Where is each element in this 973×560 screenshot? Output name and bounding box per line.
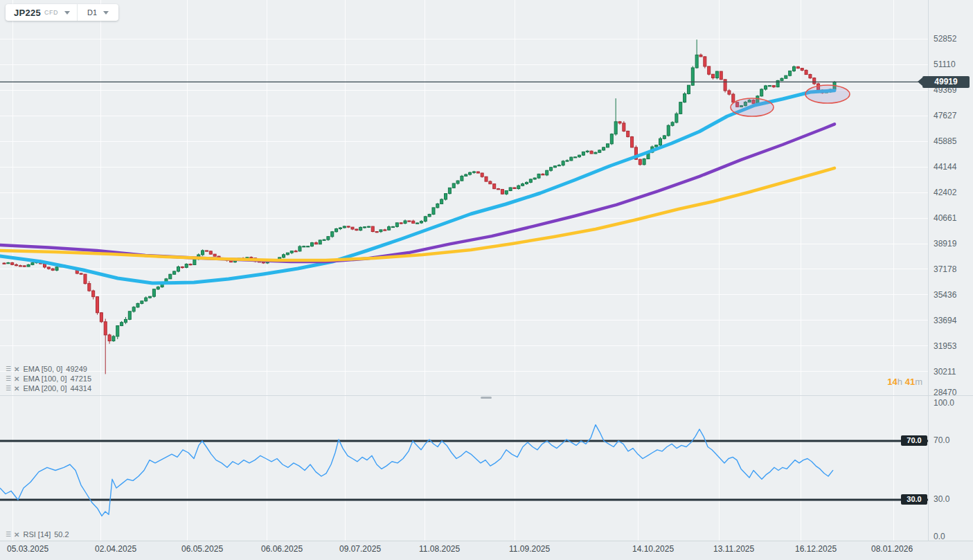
candle bbox=[699, 55, 702, 57]
candle bbox=[323, 240, 325, 240]
candle bbox=[173, 271, 176, 274]
candle bbox=[23, 266, 26, 267]
candle bbox=[359, 227, 362, 230]
chevron-down-icon[interactable] bbox=[103, 11, 109, 15]
candle bbox=[461, 176, 463, 181]
candle bbox=[578, 155, 581, 157]
candle bbox=[501, 190, 503, 195]
indicator-close-icon[interactable]: ✕ bbox=[14, 365, 19, 373]
candle-countdown-timer: 14h 41m bbox=[887, 377, 922, 387]
candle bbox=[15, 264, 18, 265]
timer-hours-unit: h bbox=[898, 377, 902, 387]
candle bbox=[610, 134, 613, 144]
candle bbox=[311, 243, 314, 246]
indicator-close-icon[interactable]: ✕ bbox=[14, 385, 19, 392]
candle bbox=[550, 168, 553, 170]
symbol-name: JP225 bbox=[14, 8, 41, 18]
candle bbox=[116, 326, 119, 336]
symbol-type-badge: CFD bbox=[44, 9, 58, 16]
highlight-ellipse bbox=[805, 85, 850, 103]
candle bbox=[704, 57, 706, 66]
candle bbox=[136, 303, 139, 307]
candle bbox=[679, 102, 682, 114]
candle bbox=[768, 86, 771, 87]
candle bbox=[485, 177, 488, 181]
candle bbox=[19, 266, 21, 267]
candle bbox=[667, 125, 670, 136]
candle bbox=[27, 264, 30, 267]
candle bbox=[384, 230, 386, 231]
candle bbox=[570, 157, 573, 161]
current-price-badge: 49919 bbox=[922, 76, 970, 88]
indicator-settings-icon[interactable]: ☰ bbox=[6, 385, 11, 392]
date-axis-label: 05.03.2025 bbox=[7, 544, 48, 554]
ema50-value: 49249 bbox=[66, 365, 87, 373]
rsi-oversold-badge: 30.0 bbox=[901, 494, 927, 505]
candle bbox=[760, 89, 763, 96]
date-axis-label: 02.04.2025 bbox=[95, 544, 136, 554]
candle bbox=[202, 251, 204, 255]
candle bbox=[3, 263, 6, 264]
highlight-ellipse bbox=[731, 98, 774, 116]
candle bbox=[796, 66, 799, 68]
candle bbox=[205, 251, 208, 251]
price-axis-label: 51110 bbox=[934, 60, 956, 69]
date-axis-label: 11.08.2025 bbox=[419, 544, 460, 554]
candle bbox=[476, 172, 479, 173]
candle bbox=[586, 151, 589, 152]
candle bbox=[177, 267, 179, 271]
candle bbox=[319, 240, 321, 244]
candle bbox=[209, 251, 212, 254]
candle bbox=[283, 255, 285, 258]
candle bbox=[432, 208, 435, 215]
candle bbox=[294, 251, 297, 252]
candle bbox=[424, 217, 427, 222]
candle bbox=[132, 307, 135, 311]
panel-divider[interactable] bbox=[0, 395, 973, 396]
indicator-close-icon[interactable]: ✕ bbox=[14, 531, 19, 539]
indicator-close-icon[interactable]: ✕ bbox=[14, 375, 19, 383]
symbol-selector[interactable]: JP225 CFD D1 bbox=[6, 4, 118, 21]
candle bbox=[574, 157, 577, 158]
date-axis-label: 06.06.2025 bbox=[261, 544, 303, 554]
date-axis-label: 13.11.2025 bbox=[713, 544, 754, 554]
candle bbox=[469, 172, 472, 174]
timer-minutes: 41 bbox=[905, 377, 915, 387]
timeframe-selector[interactable]: D1 bbox=[87, 8, 97, 17]
candle bbox=[456, 181, 459, 183]
price-axis-label: 31953 bbox=[934, 341, 956, 351]
panel-divider-handle[interactable] bbox=[481, 397, 492, 399]
rsi-label: RSI [14] bbox=[23, 530, 51, 539]
candle bbox=[671, 123, 674, 125]
chart-canvas[interactable] bbox=[0, 0, 973, 541]
candle bbox=[765, 86, 767, 89]
rsi-overbought-badge: 70.0 bbox=[901, 435, 927, 446]
candle bbox=[303, 246, 305, 247]
chevron-down-icon[interactable] bbox=[64, 11, 70, 15]
candle bbox=[813, 78, 816, 84]
price-axis-label: 37178 bbox=[934, 264, 956, 274]
ema50-legend: ☰ ✕ EMA [50, 0] 49249 bbox=[6, 365, 87, 373]
candle bbox=[789, 71, 792, 75]
candle bbox=[542, 174, 544, 174]
candle bbox=[772, 86, 775, 87]
rsi-legend: ☰ ✕ RSI [14] 50.2 bbox=[6, 530, 69, 539]
candle bbox=[347, 226, 350, 227]
indicator-settings-icon[interactable]: ☰ bbox=[6, 531, 11, 538]
indicator-settings-icon[interactable]: ☰ bbox=[6, 365, 11, 372]
candle bbox=[51, 269, 54, 270]
candle bbox=[472, 172, 475, 172]
price-axis-label: 28470 bbox=[934, 388, 956, 397]
candle bbox=[805, 70, 807, 74]
indicator-settings-icon[interactable]: ☰ bbox=[6, 375, 11, 382]
date-axis-label: 08.01.2026 bbox=[871, 544, 913, 554]
candle bbox=[448, 188, 451, 193]
candle bbox=[594, 152, 597, 154]
candle bbox=[355, 229, 358, 231]
price-axis-label: 44144 bbox=[934, 162, 956, 172]
timer-hours: 14 bbox=[887, 377, 897, 387]
candle bbox=[732, 94, 735, 102]
candle bbox=[720, 71, 722, 80]
candle bbox=[120, 323, 123, 326]
candle bbox=[80, 273, 82, 274]
